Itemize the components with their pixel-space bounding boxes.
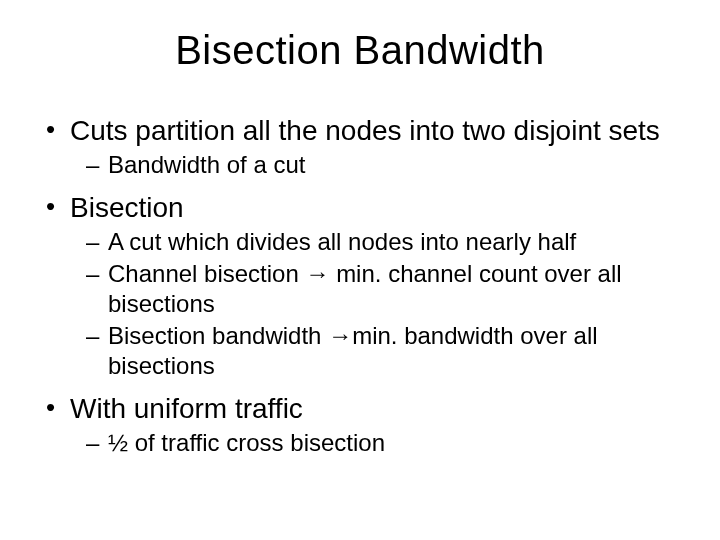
bullet-text: With uniform traffic (70, 393, 303, 424)
sub-item: Bisection bandwidth →min. bandwidth over… (108, 321, 690, 381)
sub-item: Channel bisection → min. channel count o… (108, 259, 690, 319)
sub-list: A cut which divides all nodes into nearl… (70, 227, 690, 381)
bullet-item: Bisection A cut which divides all nodes … (70, 190, 690, 381)
slide: Bisection Bandwidth Cuts partition all t… (0, 0, 720, 540)
sub-item: ½ of traffic cross bisection (108, 428, 690, 458)
slide-title: Bisection Bandwidth (30, 28, 690, 73)
bullet-list: Cuts partition all the nodes into two di… (30, 113, 690, 458)
bullet-text: Cuts partition all the nodes into two di… (70, 115, 660, 146)
sub-list: Bandwidth of a cut (70, 150, 690, 180)
bullet-text: Bisection (70, 192, 184, 223)
sub-item: A cut which divides all nodes into nearl… (108, 227, 690, 257)
bullet-item: With uniform traffic ½ of traffic cross … (70, 391, 690, 458)
sub-item: Bandwidth of a cut (108, 150, 690, 180)
bullet-item: Cuts partition all the nodes into two di… (70, 113, 690, 180)
sub-list: ½ of traffic cross bisection (70, 428, 690, 458)
